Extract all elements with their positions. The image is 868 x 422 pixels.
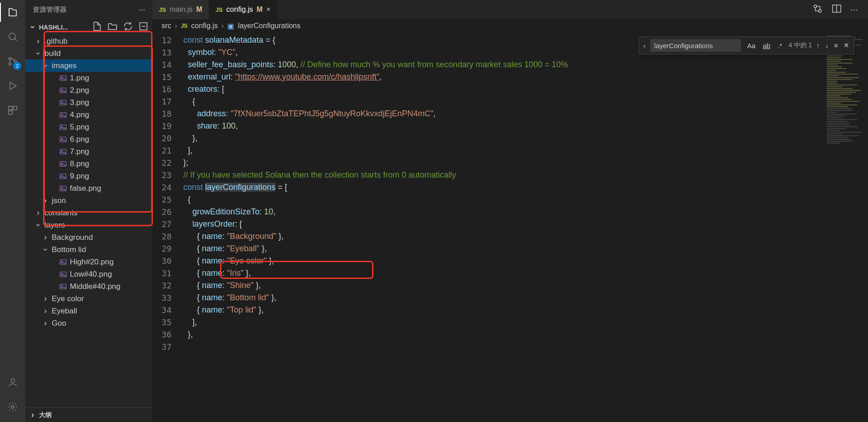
image-icon — [59, 184, 67, 193]
folder-item[interactable]: Eyeball — [25, 305, 152, 317]
explorer-icon[interactable] — [6, 5, 20, 19]
svg-rect-4 — [9, 106, 12, 110]
file-item[interactable]: 3.png — [25, 96, 152, 109]
close-icon[interactable]: × — [266, 5, 270, 14]
js-icon: JS — [216, 6, 223, 13]
file-item[interactable]: 7.png — [25, 145, 152, 158]
folder-item[interactable]: json — [25, 194, 152, 207]
new-folder-icon[interactable] — [107, 21, 118, 33]
code-line: { name: "Bottom lid" }, — [183, 292, 824, 304]
code-line: { name: "Top lid" }, — [183, 304, 824, 316]
code-line: ], — [183, 316, 824, 328]
file-item[interactable]: Middle#40.png — [25, 280, 152, 293]
bc-sep-icon: › — [175, 22, 177, 30]
folder-item[interactable]: Goo — [25, 317, 152, 329]
chevron-icon — [34, 208, 42, 218]
next-match-icon[interactable]: ↓ — [825, 41, 829, 50]
folder-item[interactable]: Eye color — [25, 293, 152, 305]
item-label: Middle#40.png — [70, 282, 121, 291]
new-file-icon[interactable] — [92, 21, 103, 33]
file-item[interactable]: 5.png — [25, 121, 152, 133]
folder-item[interactable]: build — [25, 47, 152, 60]
image-icon — [59, 270, 67, 278]
tab-main-js[interactable]: JSmain.jsM — [152, 0, 209, 19]
sidebar-section[interactable]: HASHLI... — [25, 19, 152, 35]
svg-point-1 — [9, 58, 11, 60]
compare-icon[interactable] — [812, 3, 823, 16]
folder-item[interactable]: layers — [25, 219, 152, 231]
modified-badge: M — [257, 5, 263, 14]
folder-item[interactable]: images — [25, 60, 152, 72]
refresh-icon[interactable] — [123, 21, 133, 33]
item-label: High#20.png — [70, 258, 113, 267]
file-item[interactable]: 1.png — [25, 72, 152, 84]
find-input[interactable] — [650, 39, 741, 52]
code-area[interactable]: const solanaMetadata = { symbol: "YC", s… — [183, 33, 824, 422]
chevron-icon — [42, 233, 49, 242]
regex-icon[interactable]: .* — [776, 41, 784, 50]
file-item[interactable]: 9.png — [25, 170, 152, 182]
sidebar-title: 资源管理器 — [33, 5, 67, 14]
file-item[interactable]: 6.png — [25, 133, 152, 145]
item-label: .github — [44, 37, 68, 46]
split-icon[interactable] — [831, 3, 842, 16]
collapse-icon[interactable] — [138, 21, 149, 33]
chevron-icon — [42, 196, 49, 205]
code-line: }, — [183, 328, 824, 341]
editor[interactable]: 12 13 14 15 16 17 18 19 20 21 22 23 24 2… — [152, 33, 868, 422]
file-item[interactable]: 2.png — [25, 84, 152, 96]
js-icon: JS — [181, 23, 188, 29]
search-icon[interactable] — [6, 30, 20, 44]
image-icon — [59, 111, 67, 119]
svg-rect-5 — [13, 106, 17, 110]
folder-item[interactable]: .github — [25, 35, 152, 47]
item-label: 5.png — [70, 123, 89, 132]
tab-label: main.js — [170, 5, 193, 14]
image-icon — [59, 172, 67, 180]
scm-icon[interactable]: 2 — [6, 55, 20, 68]
chevron-icon — [42, 245, 49, 254]
account-icon[interactable] — [6, 376, 20, 389]
find-menu-icon[interactable]: ≡ — [834, 41, 838, 50]
minimap[interactable] — [824, 33, 868, 422]
svg-rect-6 — [9, 111, 12, 114]
item-label: 6.png — [70, 135, 89, 144]
outline-section[interactable]: 大纲 — [25, 407, 152, 422]
extensions-icon[interactable] — [6, 104, 20, 117]
settings-icon[interactable] — [6, 400, 20, 414]
code-line: { name: "Eyeball" }, — [183, 243, 824, 255]
file-item[interactable]: High#20.png — [25, 256, 152, 268]
match-case-icon[interactable]: Aa — [745, 41, 757, 50]
file-item[interactable]: 8.png — [25, 158, 152, 170]
bc-file: config.js — [191, 22, 218, 30]
file-item[interactable]: false.png — [25, 182, 152, 194]
more-icon[interactable]: ⋯ — [138, 5, 145, 14]
folder-item[interactable]: constants — [25, 207, 152, 219]
folder-item[interactable]: Background — [25, 231, 152, 243]
bc-symbol: layerConfigurations — [238, 22, 300, 30]
tab-label: config.js — [226, 5, 253, 14]
modified-badge: M — [196, 5, 202, 14]
item-label: 7.png — [70, 147, 89, 156]
code-line: seller_fee_basis_points: 1000, // Define… — [183, 59, 824, 71]
chevron-down-icon — [29, 22, 36, 32]
chevron-icon — [42, 294, 49, 303]
folder-item[interactable]: Bottom lid — [25, 243, 152, 256]
close-icon[interactable]: ✕ — [843, 41, 849, 50]
prev-match-icon[interactable]: ↑ — [816, 41, 820, 50]
file-item[interactable]: 4.png — [25, 109, 152, 121]
tab-config-js[interactable]: JSconfig.jsM× — [209, 0, 277, 19]
more-icon[interactable]: ⋯ — [850, 5, 858, 15]
code-line: { — [183, 95, 824, 108]
line-gutter: 12 13 14 15 16 17 18 19 20 21 22 23 24 2… — [152, 33, 183, 422]
item-label: 2.png — [70, 86, 89, 95]
sidebar-header: 资源管理器 ⋯ — [25, 0, 152, 19]
find-count: 4 中的 1 — [789, 41, 812, 50]
breadcrumb[interactable]: src › JS config.js › ▣ layerConfiguratio… — [152, 19, 868, 33]
debug-icon[interactable] — [6, 79, 20, 93]
whole-word-icon[interactable]: ab — [761, 41, 772, 50]
file-item[interactable]: Low#40.png — [25, 268, 152, 280]
tab-bar: JSmain.jsMJSconfig.jsM× ⋯ — [152, 0, 868, 19]
expand-replace-icon[interactable]: › — [643, 42, 646, 50]
bc-folder: src — [162, 22, 171, 30]
